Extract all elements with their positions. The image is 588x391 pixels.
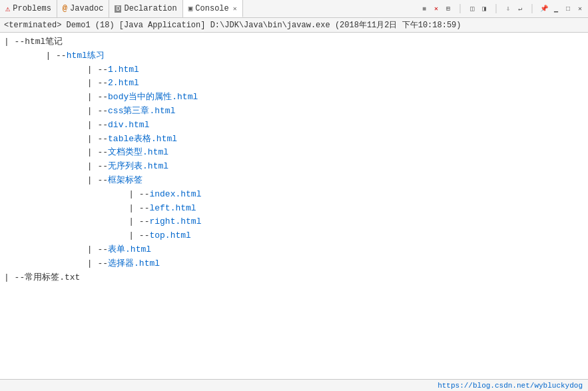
link-html-practice[interactable]: html练习 xyxy=(67,51,105,61)
link-frame-folder[interactable]: 框架标签 xyxy=(108,175,143,185)
list-item: | --1.html xyxy=(4,63,584,77)
link-ul-html[interactable]: 无序列表.html xyxy=(108,161,168,171)
tab-problems-label: Problems xyxy=(13,4,51,13)
toolbar-minimize-btn[interactable]: ▁ xyxy=(551,3,561,14)
problems-icon: ⚠ xyxy=(5,4,10,14)
list-item: | --table表格.html xyxy=(4,133,584,147)
link-index-html[interactable]: index.html xyxy=(149,189,201,199)
status-bar: <terminated> Demo1 (18) [Java Applicatio… xyxy=(0,18,588,33)
tab-declaration[interactable]: D Declaration xyxy=(109,0,182,17)
list-item: | --left.html xyxy=(4,202,584,216)
toolbar-right: ■ ✕ ⊞ | ◫ ◨ | ⇩ ↵ | 📌 ▁ □ ✕ xyxy=(416,0,588,17)
link-table-html[interactable]: table表格.html xyxy=(108,134,177,144)
bottom-bar: https://blog.csdn.net/wybluckydog xyxy=(0,379,588,391)
link-div-html[interactable]: div.html xyxy=(108,120,149,130)
tab-javadoc[interactable]: @ Javadoc xyxy=(57,0,110,17)
list-item: | --选择器.html xyxy=(4,257,584,271)
console-icon: ▣ xyxy=(188,4,193,13)
toolbar-sep2: | xyxy=(491,3,501,14)
tab-console-label: Console xyxy=(195,4,228,13)
list-item: | --body当中的属性.html xyxy=(4,91,584,105)
link-body-html[interactable]: body当中的属性.html xyxy=(108,92,198,102)
link-right-html[interactable]: right.html xyxy=(149,216,201,226)
console-close-icon[interactable]: ✕ xyxy=(233,5,237,13)
javadoc-icon: @ xyxy=(63,4,67,13)
list-item: | --表单.html xyxy=(4,243,584,257)
tab-console[interactable]: ▣ Console ✕ xyxy=(183,0,243,17)
list-item: | --index.html xyxy=(4,188,584,202)
toolbar-wordwrap-btn[interactable]: ↵ xyxy=(515,3,525,14)
list-item: | --html练习 xyxy=(4,49,584,63)
toolbar-scrolllock-btn[interactable]: ⇩ xyxy=(503,3,513,14)
list-item: | --div.html xyxy=(4,119,584,133)
list-item: | --文档类型.html xyxy=(4,146,584,160)
toolbar-stop-btn[interactable]: ■ xyxy=(419,3,430,14)
link-left-html[interactable]: left.html xyxy=(149,203,196,213)
list-item: | --top.html xyxy=(4,229,584,243)
toolbar-pin-btn[interactable]: 📌 xyxy=(539,3,549,14)
console-content[interactable]: | --html笔记 | --html练习 | --1.html | --2.h… xyxy=(0,33,588,379)
toolbar-maximize-btn[interactable]: □ xyxy=(563,3,573,14)
list-item: | --无序列表.html xyxy=(4,160,584,174)
link-2-html[interactable]: 2.html xyxy=(108,78,139,88)
toolbar-sep3: | xyxy=(527,3,537,14)
toolbar-close-btn[interactable]: ✕ xyxy=(575,3,585,14)
link-selector-html[interactable]: 选择器.html xyxy=(108,258,160,268)
list-item: | --框架标签 xyxy=(4,174,584,188)
link-1-html[interactable]: 1.html xyxy=(108,65,139,75)
list-item: | --right.html xyxy=(4,215,584,229)
tab-problems[interactable]: ⚠ Problems xyxy=(0,0,57,17)
list-item: | --2.html xyxy=(4,77,584,91)
toolbar-terminate-btn[interactable]: ✕ xyxy=(431,3,441,14)
link-top-html[interactable]: top.html xyxy=(149,230,190,240)
list-item: | --html笔记 xyxy=(4,35,584,49)
tab-declaration-label: Declaration xyxy=(124,4,176,13)
link-css-html[interactable]: css第三章.html xyxy=(108,106,175,116)
toolbar-relaunch-btn[interactable]: ⊞ xyxy=(443,3,453,14)
tab-javadoc-label: Javadoc xyxy=(70,4,103,13)
link-doctype-html[interactable]: 文档类型.html xyxy=(108,147,168,157)
toolbar-sep1: | xyxy=(455,3,465,14)
toolbar-paste-btn[interactable]: ◨ xyxy=(479,3,489,14)
link-form-html[interactable]: 表单.html xyxy=(108,244,151,254)
status-text: <terminated> Demo1 (18) [Java Applicatio… xyxy=(4,21,461,30)
list-item: | --css第三章.html xyxy=(4,105,584,119)
toolbar-copy-btn[interactable]: ◫ xyxy=(467,3,477,14)
watermark-link[interactable]: https://blog.csdn.net/wybluckydog xyxy=(438,382,583,390)
declaration-icon: D xyxy=(115,5,121,13)
list-item: | --常用标签.txt xyxy=(4,271,584,285)
tab-bar: ⚠ Problems @ Javadoc D Declaration ▣ Con… xyxy=(0,0,588,18)
